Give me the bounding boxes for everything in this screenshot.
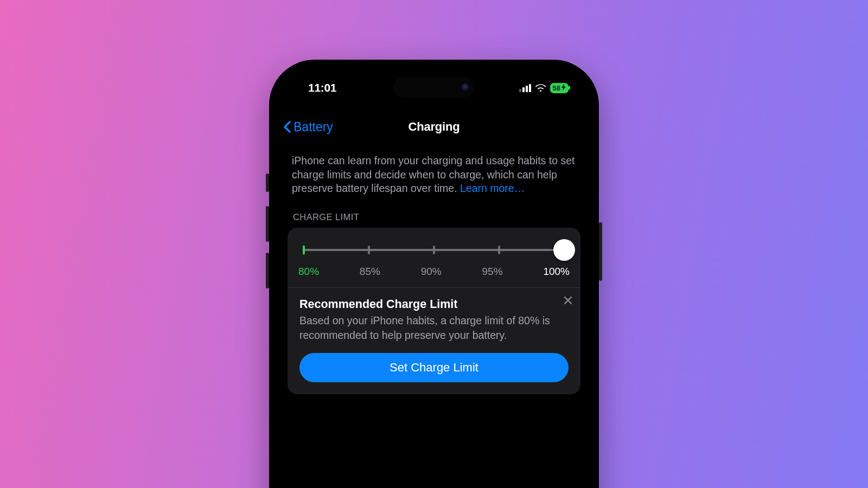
slider-label-95: 95% <box>482 266 503 278</box>
charge-limit-card: 80% 85% 90% 95% 100% Recommended Charge … <box>288 228 580 394</box>
status-clock: 11:01 <box>308 81 336 94</box>
volume-up-button <box>266 206 269 242</box>
cellular-icon <box>519 84 531 92</box>
battery-percent-label: 58 <box>553 84 560 92</box>
volume-down-button <box>266 253 269 288</box>
section-header-charge-limit: CHARGE LIMIT <box>288 212 580 222</box>
status-bar: 11:01 58 <box>277 77 591 99</box>
set-charge-limit-button[interactable]: Set Charge Limit <box>299 353 569 382</box>
phone-screen: 11:01 58 <box>277 67 591 488</box>
slider-thumb[interactable] <box>553 239 575 261</box>
recommendation-title: Recommended Charge Limit <box>299 298 569 311</box>
wifi-icon <box>535 84 546 92</box>
slider-label-90: 90% <box>421 266 442 278</box>
close-icon[interactable] <box>563 294 573 309</box>
set-charge-limit-label: Set Charge Limit <box>390 361 478 375</box>
learn-more-link[interactable]: Learn more… <box>460 182 525 194</box>
slider-label-85: 85% <box>360 266 380 278</box>
slider-label-80: 80% <box>298 266 319 278</box>
intro-body: iPhone can learn from your charging and … <box>292 155 575 194</box>
phone-frame: 11:01 58 <box>269 60 599 488</box>
page-title: Charging <box>409 120 460 134</box>
charge-limit-slider[interactable] <box>298 242 570 258</box>
slider-label-100: 100% <box>543 266 570 278</box>
battery-indicator: 58 <box>550 83 569 93</box>
recommendation-body: Based on your iPhone habits, a charge li… <box>299 313 569 342</box>
intro-text: iPhone can learn from your charging and … <box>288 154 580 196</box>
chevron-left-icon <box>283 121 291 133</box>
mute-switch <box>266 174 269 192</box>
slider-labels: 80% 85% 90% 95% 100% <box>298 266 570 278</box>
gradient-backdrop: 11:01 58 <box>0 0 868 488</box>
charging-bolt-icon <box>561 84 566 92</box>
back-label: Battery <box>293 120 333 134</box>
back-button[interactable]: Battery <box>282 114 333 140</box>
navigation-bar: Battery Charging <box>288 114 580 140</box>
recommendation-panel: Recommended Charge Limit Based on your i… <box>288 288 580 394</box>
side-button <box>599 222 602 281</box>
